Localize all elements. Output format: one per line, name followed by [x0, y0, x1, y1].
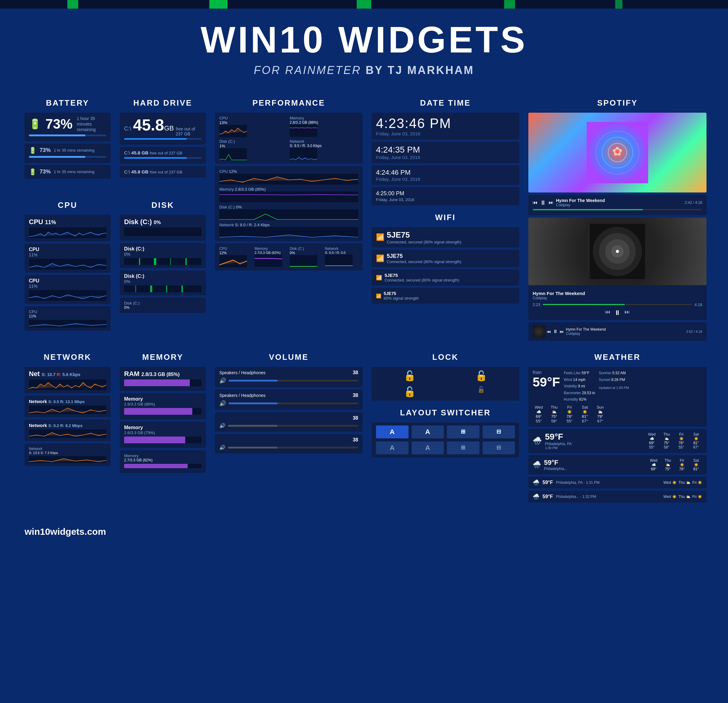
weather-forecast-row: Wed☁️69°55° Thu⛅75°58° Fri☀️78°55° Sat☀️…: [533, 405, 702, 424]
layout-item-2[interactable]: A: [412, 425, 444, 438]
vol-fill-3: [228, 425, 277, 427]
weather-day-sat: Sat☀️81°67°: [579, 405, 591, 424]
cpu-item-4: CPU 11%: [25, 306, 111, 331]
perf-mem-2-row: Memory 2.8/3.3 GB (85%): [219, 187, 358, 202]
hd-free-label: free out of 237 GB: [176, 127, 195, 136]
weather-sun-times: Sunrise 5:32 AM Sunset 8:28 PM Updated a…: [599, 370, 629, 403]
dt-time-4: 4:25:00 PM: [376, 190, 515, 197]
network-title: NETWORK: [25, 352, 111, 362]
svg-text:✿: ✿: [612, 145, 623, 158]
spotify-album-art-2: [528, 218, 706, 285]
perf-cpu-spark-1: [219, 125, 247, 137]
perf-box-3: CPU 12% Memory 2.7/3.3 GB (82%) Disk (C:…: [215, 243, 363, 271]
weather-temp-5: 59°F: [542, 494, 553, 500]
battery-bar-fill-2: [29, 156, 85, 158]
weather-main-box: Rain 59°F Feels Like 59°F Wind 14 mph Vi…: [528, 367, 706, 426]
perf-mem-1: Memory 2.8/3.3 GB (88%): [290, 116, 358, 137]
cpu-spark-1: [29, 228, 106, 238]
layout-item-8[interactable]: ⊟: [482, 441, 515, 454]
spotify-prev-icon-3[interactable]: ⏮: [547, 329, 551, 334]
performance-title: PERFORMANCE: [215, 98, 363, 108]
lock-icon-4[interactable]: 🔓: [477, 386, 485, 398]
mem-bar-1: [124, 379, 202, 386]
volume-section: VOLUME Speakers / Headphones 38 🔊 Speake…: [215, 352, 363, 456]
spotify-progress-2: [543, 304, 692, 305]
disk-item-2: Disk (C:) 0%: [120, 243, 206, 268]
perf-cpu-3: CPU 12%: [219, 246, 253, 267]
disk-bar-1: [124, 228, 202, 236]
title-bold: WIDGETS: [338, 19, 527, 60]
layout-item-5[interactable]: A: [376, 441, 409, 454]
vol-val-4: 38: [352, 437, 358, 443]
wifi-item-1: 📶 5JE75 Connected, secured (80% signal s…: [372, 227, 519, 248]
wifi-section: WIFI 📶 5JE75 Connected, secured (80% sig…: [372, 213, 519, 306]
spotify-play-icon-2[interactable]: ⏸: [614, 309, 621, 317]
lock-icon-2[interactable]: 🔓: [475, 370, 487, 382]
dt-date-4: Friday, June 03, 2016: [376, 197, 415, 202]
spotify-next-icon-1[interactable]: ⏭: [549, 200, 553, 205]
mem-bar-fill-3: [124, 436, 185, 443]
net-item-4: Network S: 13.5 S: 7.3 Kbps: [25, 444, 111, 466]
spotify-play-icon-3[interactable]: ⏸: [553, 329, 558, 334]
perf-mem-3: Memory 2.7/3.3 GB (82%): [255, 246, 288, 267]
spotify-next-icon-3[interactable]: ⏭: [560, 329, 564, 334]
lock-icon-1[interactable]: 🔓: [404, 370, 416, 382]
performance-section: PERFORMANCE CPU 13% Memory 2.8/3.3 GB (8…: [215, 98, 363, 343]
vol-slider-2[interactable]: [228, 402, 358, 404]
weather-icon-3: 🌧️: [533, 461, 541, 469]
hd-main-box: C:\ 45.8GB free out of 237 GB: [120, 113, 206, 145]
layout-grid: A A ⊞ ⊟ A A ⊞ ⊟: [376, 425, 515, 454]
spotify-time-curr-2: 2:23: [533, 303, 540, 307]
spotify-time-total-2: 4:18: [695, 303, 702, 307]
battery-item-2-pct: 73%: [40, 169, 51, 175]
battery-item-1-pct: 73%: [40, 147, 51, 154]
perf-spark-mini-2: [255, 255, 282, 267]
footer: win10widgets.com: [0, 517, 728, 546]
vol-slider-4[interactable]: [228, 447, 358, 448]
layout-item-6[interactable]: A: [412, 441, 444, 454]
volume-lock-layout-col: VOLUME Speakers / Headphones 38 🔊 Speake…: [215, 352, 363, 505]
vol-val-1: 38: [352, 370, 358, 376]
perf-box-1: CPU 13% Memory 2.8/3.3 GB (88%) Disk (C:…: [215, 113, 363, 164]
spotify-prev-icon-2[interactable]: ⏮: [605, 309, 610, 317]
disk-item-4: Disk (C:) 0%: [120, 298, 206, 313]
volume-title: VOLUME: [215, 352, 363, 362]
footer-url: win10widgets.com: [25, 526, 106, 537]
disk-bar-2: [124, 258, 202, 265]
spotify-time-3: 2:52 / 4:18: [686, 330, 702, 333]
battery-item-2: 🔋 73% 1 hr 35 mins remaining: [25, 165, 111, 179]
cpu-section: CPU CPU 11% CPU 11% CPU 11% CPU 11%: [25, 200, 111, 343]
mem-bar-fill-1: [124, 379, 190, 386]
datetime-wifi-col: DATE TIME 4:23:46 PM Friday, June 03, 20…: [372, 98, 519, 343]
datetime-section: DATE TIME 4:23:46 PM Friday, June 03, 20…: [372, 98, 519, 208]
wifi-status-2: Connected, secured (80% signal strength): [387, 259, 461, 264]
weather-item-4: 🌧️ 59°F Philadelphia, PA - 1:31 PM Wed ☀…: [528, 477, 706, 488]
mem-item-2: Memory 2.9/3.3 GB (88%): [120, 393, 206, 419]
title-light: WIN10: [201, 19, 338, 60]
spotify-section: SPOTIFY ✿ ⏮ ⏸: [528, 98, 706, 343]
weather-icon-2: 🌧️: [533, 436, 542, 445]
layout-item-7[interactable]: ⊞: [447, 441, 480, 454]
spotify-next-icon-2[interactable]: ⏭: [624, 309, 630, 317]
hd-bar-fill-2: [124, 157, 187, 159]
wifi-icon-2: 📶: [376, 255, 384, 262]
disk-title: DISK: [120, 200, 206, 210]
mem-bar-3: [124, 436, 202, 443]
spotify-play-icon-1[interactable]: ⏸: [540, 199, 546, 206]
cpu-spark-4: [29, 320, 106, 327]
perf-cpu-spark-2: [219, 174, 358, 184]
battery-item-1-info: 1 hr 35 mins remaining: [54, 148, 94, 153]
harddrive-section: HARD DRIVE C:\ 45.8GB free out of 237 GB…: [120, 98, 206, 191]
vol-slider-1[interactable]: [228, 380, 358, 382]
wifi-icon-4: 📶: [376, 294, 381, 298]
cpu-title: CPU: [25, 200, 111, 210]
layout-item-3[interactable]: ⊞: [447, 425, 480, 438]
layout-item-1[interactable]: A: [376, 425, 409, 438]
vol-slider-3[interactable]: [228, 425, 358, 427]
vol-fill-1: [228, 380, 278, 382]
spotify-prev-icon-1[interactable]: ⏮: [533, 200, 537, 205]
dt-item-3: 4:24:46 PM Friday, June 03, 2016: [372, 166, 519, 185]
lock-icon-3[interactable]: 🔓: [404, 386, 416, 398]
layout-item-4[interactable]: ⊟: [482, 425, 515, 438]
wifi-icon-1: 📶: [376, 233, 384, 241]
